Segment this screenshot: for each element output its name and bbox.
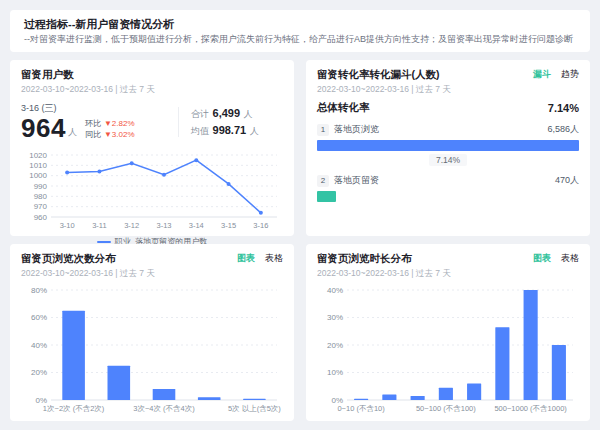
legend-line-icon: [97, 241, 111, 243]
svg-text:3-14: 3-14: [189, 221, 204, 230]
bar-chart-duration: 0%10%20%30%40%0~10 (不含10)50~100 (不含100)5…: [317, 282, 579, 418]
wow-delta: 环比 ▼2.82%: [85, 119, 135, 129]
bar-chart-views: 0%20%40%60%80%1次~2次 (不含2次)3次~4次 (不含4次)5次…: [21, 282, 283, 418]
panel-conversion-funnel: 留资转化率转化漏斗(人数) 漏斗 趋势 2022-03-10~2022-03-1…: [306, 60, 590, 236]
date-range-views: 2022-03-10~2022-03-16 | 过去 7 天: [21, 267, 283, 279]
panel-view-duration-distribution: 留资页浏览时长分布 图表 表格 2022-03-10~2022-03-16 | …: [306, 244, 590, 421]
svg-text:10%: 10%: [327, 368, 343, 377]
current-value: 964: [21, 114, 66, 142]
summary-stats: 合计 6,499 人 均值 998.71 人: [178, 107, 283, 137]
overall-rate-value: 7.14%: [548, 102, 579, 114]
tab-funnel[interactable]: 漏斗: [533, 68, 551, 81]
svg-text:970: 970: [34, 202, 48, 211]
svg-text:3-16: 3-16: [253, 221, 268, 230]
avg-value: 998.71: [213, 124, 247, 136]
tab-trend[interactable]: 趋势: [561, 68, 579, 81]
svg-text:1020: 1020: [29, 151, 47, 160]
panel-title-users: 留资用户数: [21, 68, 74, 81]
funnel-conversion-tag: 7.14%: [429, 154, 467, 166]
svg-text:60%: 60%: [31, 313, 47, 322]
yoy-value: ▼3.02%: [104, 130, 135, 140]
svg-text:20%: 20%: [31, 368, 47, 377]
svg-text:40%: 40%: [327, 286, 343, 295]
svg-text:50~100 (不含100): 50~100 (不含100): [416, 404, 476, 413]
current-date-label: 3-16 (三): [21, 103, 178, 114]
svg-text:500~1000 (不含1000): 500~1000 (不含1000): [494, 404, 567, 413]
funnel-step2-label: 落地页留资: [334, 174, 379, 187]
panel-title-duration: 留资页浏览时长分布: [317, 252, 412, 265]
date-range-users: 2022-03-10~2022-03-16 | 过去 7 天: [21, 83, 283, 95]
panel-retain-users: 留资用户数 2022-03-10~2022-03-16 | 过去 7 天 3-1…: [10, 60, 294, 236]
wow-value: ▼2.82%: [104, 119, 135, 129]
svg-text:3-10: 3-10: [60, 221, 75, 230]
tab-duration-chart[interactable]: 图表: [533, 252, 551, 265]
svg-text:80%: 80%: [31, 286, 47, 295]
svg-text:1010: 1010: [29, 161, 47, 170]
page-title: 过程指标--新用户留资情况分析: [24, 17, 576, 31]
duration-tab-group: 图表 表格: [533, 252, 579, 265]
svg-text:30%: 30%: [327, 313, 343, 322]
dashboard-background: 过程指标--新用户留资情况分析 --对留资率进行监测，低于预期值进行分析，探索用…: [0, 0, 600, 430]
svg-text:20%: 20%: [327, 341, 343, 350]
funnel-step1-bar: [317, 140, 579, 151]
panel-title-funnel: 留资转化率转化漏斗(人数): [317, 68, 440, 81]
svg-text:990: 990: [34, 182, 48, 191]
tab-duration-table[interactable]: 表格: [561, 252, 579, 265]
funnel-step2-value: 470人: [555, 174, 579, 187]
funnel-step2-bar: [317, 191, 336, 202]
date-range-funnel: 2022-03-10~2022-03-16 | 过去 7 天: [317, 83, 579, 95]
total-stat: 合计 6,499 人: [191, 107, 283, 120]
panel-view-count-distribution: 留资页浏览次数分布 图表 表格 2022-03-10~2022-03-16 | …: [10, 244, 294, 421]
svg-text:3-11: 3-11: [92, 221, 106, 230]
views-tab-group: 图表 表格: [237, 252, 283, 265]
funnel-step2-badge: 2: [317, 175, 329, 187]
total-value: 6,499: [213, 107, 241, 119]
tab-views-chart[interactable]: 图表: [237, 252, 255, 265]
svg-text:3-13: 3-13: [156, 221, 171, 230]
report-header-card: 过程指标--新用户留资情况分析 --对留资率进行监测，低于预期值进行分析，探索用…: [10, 10, 590, 52]
yoy-delta: 同比 ▼3.02%: [85, 130, 135, 140]
svg-text:980: 980: [34, 192, 48, 201]
overall-rate-label: 总体转化率: [317, 101, 370, 115]
page-subtitle: --对留资率进行监测，低于预期值进行分析，探索用户流失前行为特征，给产品进行AB…: [24, 33, 576, 46]
svg-text:3-12: 3-12: [124, 221, 139, 230]
bar-chart-duration-svg: 0%10%20%30%40%0~10 (不含10)50~100 (不含100)5…: [317, 282, 579, 414]
funnel-step1-label: 落地页浏览: [334, 123, 379, 136]
panel-title-views: 留资页浏览次数分布: [21, 252, 116, 265]
svg-text:1次~2次 (不含2次): 1次~2次 (不含2次): [43, 404, 105, 413]
wow-label: 环比: [85, 119, 101, 129]
svg-text:5次 以上(含5次): 5次 以上(含5次): [228, 404, 281, 413]
svg-text:0~10 (不含10): 0~10 (不含10): [337, 404, 385, 413]
tab-views-table[interactable]: 表格: [265, 252, 283, 265]
svg-text:40%: 40%: [31, 341, 47, 350]
avg-stat: 均值 998.71 人: [191, 124, 283, 137]
svg-text:1000: 1000: [29, 171, 47, 180]
funnel-tab-group: 漏斗 趋势: [533, 68, 579, 81]
line-chart-svg: 9609709809901000101010203-103-113-123-13…: [21, 147, 283, 231]
current-value-unit: 人: [68, 126, 77, 139]
line-chart-users: 9609709809901000101010203-103-113-123-13…: [21, 147, 283, 235]
bar-chart-views-svg: 0%20%40%60%80%1次~2次 (不含2次)3次~4次 (不含4次)5次…: [21, 282, 283, 414]
svg-text:3-15: 3-15: [221, 221, 236, 230]
yoy-label: 同比: [85, 130, 101, 140]
funnel-step1-badge: 1: [317, 124, 329, 136]
funnel-step1-value: 6,586人: [547, 123, 579, 136]
svg-text:960: 960: [34, 213, 48, 222]
svg-text:3次~4次 (不含4次): 3次~4次 (不含4次): [133, 404, 195, 413]
date-range-duration: 2022-03-10~2022-03-16 | 过去 7 天: [317, 267, 579, 279]
